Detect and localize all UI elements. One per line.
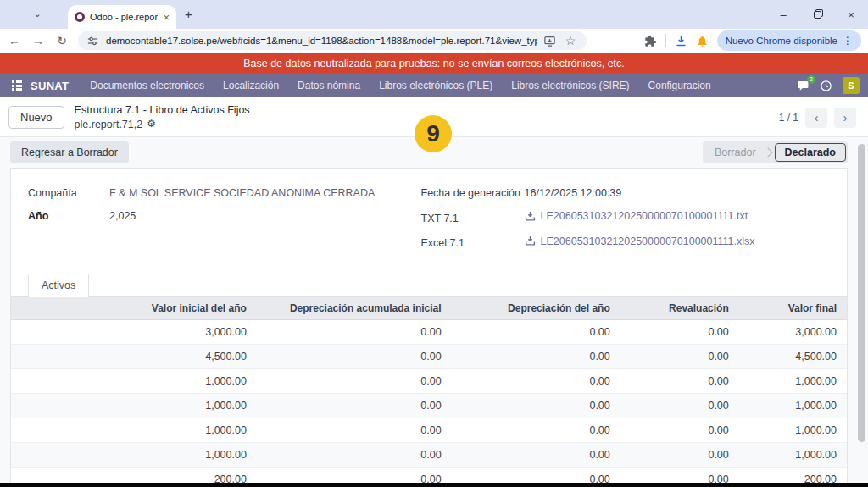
table-row[interactable]: 3,000.000.000.00 0.003,000.00 [11,320,847,345]
page-scrollbar[interactable] [858,144,865,442]
col-dep-anio[interactable]: Depreciación del año [452,297,620,320]
statusbar: Borrador Declarado [703,141,848,163]
download-tray-icon [525,235,536,246]
chrome-update-pill[interactable]: Nuevo Chrome disponible ⋮ [717,30,861,51]
extensions-icon[interactable] [644,35,657,47]
excel-download-link[interactable]: LE2060531032120250000070100001111.xlsx [525,235,755,247]
neutralized-banner-text: Base de datos neutralizada para pruebas:… [243,58,625,69]
tab-search-chevron-icon[interactable]: ⌄ [29,7,46,22]
messages-badge: 2 [807,75,815,84]
url-text: democontable17.solse.pe/web#cids=1&menu_… [106,36,537,46]
generation-date-value: 16/12/2025 12:00:39 [525,187,622,199]
browser-tab[interactable]: Odoo - ple.report.71,2 × [68,5,176,29]
status-borrador[interactable]: Borrador [703,147,768,158]
chrome-update-label: Nuevo Chrome disponible [726,36,837,46]
asset-table-body: 3,000.000.000.00 0.003,000.00 4,500.000.… [11,320,847,487]
txt-file-name: LE2060531032120250000070100001111.txt [541,210,748,222]
screenshot-bottom-edge [0,483,868,487]
nav-menu-item[interactable]: Libros electrónicos (PLE) [370,74,502,97]
table-row[interactable]: 1,000.000.000.00 0.001,000.00 [11,418,847,443]
download-tray-icon [525,211,536,222]
reload-icon[interactable]: ↻ [54,34,70,47]
status-declarado[interactable]: Declarado [775,143,846,162]
form-sheet: Compañía F & M SOL SERVICE SOCIEDAD ANON… [10,168,848,487]
user-avatar[interactable]: S [843,77,860,94]
tab-activos[interactable]: Activos [28,274,89,297]
new-tab-button[interactable]: + [185,8,192,21]
pager-count: 1 / 1 [779,112,798,124]
address-bar[interactable]: democontable17.solse.pe/web#cids=1&menu_… [78,31,587,50]
form-view: Regresar a Borrador Borrador Declarado C… [0,136,868,487]
nav-menu-item[interactable]: Localización [214,74,288,97]
app-brand[interactable]: SUNAT [31,80,69,92]
nav-menu-item[interactable]: Datos nómina [288,74,370,97]
site-info-icon[interactable] [86,35,99,47]
company-label: Compañía [28,187,109,199]
table-row[interactable]: 1,000.000.000.00 0.001,000.00 [11,369,847,394]
send-to-device-icon[interactable] [543,35,556,47]
pager-previous-button[interactable]: ‹ [805,108,827,128]
nav-menu: Documentos electronicosLocalizaciónDatos… [81,74,720,97]
year-value[interactable]: 2,025 [109,210,136,222]
neutralized-banner: Base de datos neutralizada para pruebas:… [0,53,868,74]
company-value[interactable]: F & M SOL SERVICE SOCIEDAD ANONIMA CERRA… [109,187,375,199]
txt-label: TXT 7.1 [421,213,525,224]
assets-table: Valor inicial del año Depreciación acumu… [11,297,847,487]
nav-menu-item[interactable]: Documentos electronicos [81,74,214,97]
gear-icon[interactable]: ⚙ [147,118,156,131]
back-to-draft-button[interactable]: Regresar a Borrador [10,141,129,163]
generation-date-label: Fecha de generación [421,187,525,199]
nav-menu-item[interactable]: Libros electrónicos (SIRE) [502,74,638,97]
odoo-favicon-icon [75,12,85,22]
notification-bell-icon[interactable] [696,35,709,47]
table-row[interactable]: 1,000.000.000.00 0.001,000.00 [11,443,847,468]
close-button[interactable]: × [834,8,868,21]
excel-label: Excel 7.1 [421,237,525,249]
col-valor-inicial[interactable]: Valor inicial del año [11,297,257,320]
pager-next-button[interactable]: › [834,108,856,128]
activities-clock-icon[interactable] [820,80,832,92]
col-revaluacion[interactable]: Revaluación [620,297,739,320]
bookmark-star-icon[interactable]: ☆ [563,34,578,47]
back-icon[interactable]: ← [7,34,22,47]
txt-download-link[interactable]: LE2060531032120250000070100001111.txt [525,210,748,222]
download-icon[interactable] [675,35,687,47]
year-label: Año [28,210,109,222]
breadcrumb-title[interactable]: Estructura 7.1 - Libro de Activos Fijos [75,103,250,117]
assets-table-header-row: Valor inicial del año Depreciación acumu… [11,297,847,320]
apps-grid-icon[interactable] [12,80,22,91]
minimize-button[interactable]: – [766,8,800,21]
toolbar-divider [665,34,666,47]
excel-file-name: LE2060531032120250000070100001111.xlsx [541,235,755,247]
odoo-navbar: SUNAT Documentos electronicosLocalizació… [0,74,868,97]
table-row[interactable]: 4,500.000.000.00 0.004,500.00 [11,345,847,369]
forward-icon[interactable]: → [31,34,46,47]
restore-button[interactable] [800,8,834,21]
tab-close-icon[interactable]: × [163,12,170,23]
new-record-button[interactable]: Nuevo [8,106,64,129]
tab-title: Odoo - ple.report.71,2 [90,12,158,22]
step-annotation-badge: 9 [415,115,452,152]
col-valor-final[interactable]: Valor final [739,297,847,320]
browser-toolbar: ← → ↻ democontable17.solse.pe/web#cids=1… [0,29,868,53]
nav-menu-item[interactable]: Configuracion [639,74,721,97]
browser-menu-icon[interactable]: ⋮ [843,35,853,47]
table-row[interactable]: 1,000.000.000.00 0.001,000.00 [11,394,847,418]
messages-button[interactable]: 2 [797,80,810,92]
browser-titlebar: ⌄ Odoo - ple.report.71,2 × + – × [0,0,868,29]
breadcrumb: Estructura 7.1 - Libro de Activos Fijos … [75,103,250,131]
breadcrumb-record: ple.report.71,2 [75,118,143,131]
col-dep-acumulada[interactable]: Depreciación acumulada inicial [257,297,452,320]
